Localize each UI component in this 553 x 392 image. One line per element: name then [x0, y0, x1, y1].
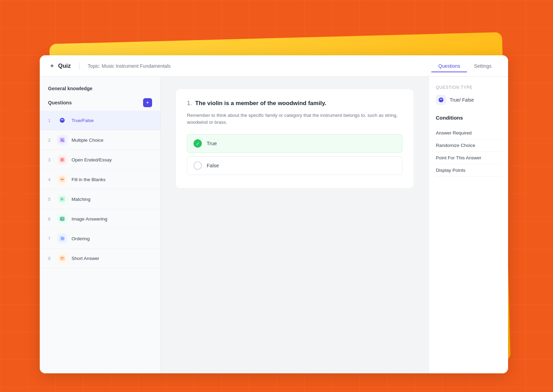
body: General knowledge Questions + 1 True/Fal…: [40, 77, 508, 373]
short-answer-icon: [57, 253, 67, 263]
question-number-6: 6: [48, 216, 53, 222]
question-number-2: 2: [48, 138, 53, 143]
ordering-icon: [57, 233, 67, 244]
question-num-prefix: 1.: [187, 100, 192, 106]
condition-randomize-choice[interactable]: Randomize Choice: [436, 139, 501, 152]
sidebar-item-question-2[interactable]: 2 Multiple Choice: [40, 130, 160, 150]
svg-rect-12: [59, 255, 65, 261]
question-block: 1. The violin is a member of the woodwin…: [176, 89, 413, 188]
quiz-icon: ✦: [49, 62, 55, 70]
sidebar-item-question-5[interactable]: 5 Matching: [40, 189, 160, 209]
sidebar-item-question-1[interactable]: 1 True/False: [40, 111, 160, 130]
matching-icon: [57, 194, 67, 204]
sidebar-item-question-6[interactable]: 6 Image Answering: [40, 209, 160, 229]
sidebar-section-header: Questions +: [40, 96, 160, 111]
question-number-3: 3: [48, 157, 53, 162]
main-content: 1. The violin is a member of the woodwin…: [161, 77, 429, 373]
essay-icon: [57, 155, 67, 165]
tab-questions[interactable]: Questions: [431, 60, 467, 72]
question-label-8: Short Answer: [72, 256, 99, 261]
header: ✦ Quiz Topic: Music Instrument Fundament…: [40, 55, 508, 77]
sidebar-section-title: Questions: [48, 100, 72, 105]
question-number-8: 8: [48, 256, 53, 261]
true-false-icon: [57, 115, 67, 125]
image-answering-icon: [57, 214, 67, 224]
conditions-title: Conditions: [436, 115, 501, 121]
question-text: 1. The violin is a member of the woodwin…: [187, 99, 402, 108]
fill-blanks-icon: [57, 174, 67, 185]
question-body-text: The violin is a member of the woodwind f…: [195, 100, 326, 106]
sidebar-item-question-3[interactable]: 3 Open Ended/Essay: [40, 150, 160, 170]
answer-check-true: ✓: [194, 139, 202, 148]
question-hint: Remember to think about the specific fam…: [187, 112, 402, 126]
right-panel: Question type True/ False Conditions Ans…: [429, 77, 508, 373]
condition-point-for-answer[interactable]: Point For This Answer: [436, 152, 501, 164]
sidebar-item-question-4[interactable]: 4 Fill in the Blanks: [40, 170, 160, 189]
question-number-1: 1: [48, 118, 53, 123]
main-card: ✦ Quiz Topic: Music Instrument Fundament…: [40, 55, 508, 373]
add-question-button[interactable]: +: [143, 98, 152, 107]
sidebar-item-question-8[interactable]: 8 Short Answer: [40, 249, 160, 268]
header-title: Quiz: [58, 63, 71, 69]
question-label-2: Multiple Choice: [72, 138, 103, 143]
answer-option-true[interactable]: ✓ True: [187, 134, 402, 153]
sidebar-category: General knowledge: [40, 84, 160, 96]
multiple-choice-icon: [57, 135, 67, 145]
answer-text-false: False: [207, 163, 219, 168]
question-type-label: Question type: [436, 85, 501, 90]
question-label-7: Ordering: [72, 236, 90, 241]
question-label-1: True/False: [72, 118, 94, 123]
header-tabs: Questions Settings: [431, 60, 498, 72]
header-topic: Topic: Music Instrument Fundamentals: [88, 63, 171, 69]
sidebar-item-question-7[interactable]: 7 Ordering: [40, 229, 160, 249]
question-number-4: 4: [48, 177, 53, 182]
type-icon: [436, 95, 446, 105]
question-number-5: 5: [48, 197, 53, 202]
header-divider: [79, 63, 79, 69]
question-label-5: Matching: [72, 197, 91, 202]
question-number-7: 7: [48, 236, 53, 241]
question-label-6: Image Answering: [72, 216, 107, 222]
answer-option-false[interactable]: False: [187, 156, 402, 175]
answer-text-true: True: [207, 141, 217, 146]
question-label-4: Fill in the Blanks: [72, 177, 105, 182]
question-type-display: True/ False: [436, 95, 501, 105]
header-left: ✦ Quiz Topic: Music Instrument Fundament…: [49, 62, 171, 70]
question-label-3: Open Ended/Essay: [72, 157, 112, 162]
sidebar: General knowledge Questions + 1 True/Fal…: [40, 77, 161, 373]
answer-check-false: [194, 161, 202, 170]
condition-display-points[interactable]: Display Points: [436, 164, 501, 177]
question-type-name: True/ False: [450, 97, 474, 103]
tab-settings[interactable]: Settings: [467, 60, 498, 72]
svg-rect-7: [59, 196, 65, 202]
condition-answer-required[interactable]: Answer Required: [436, 127, 501, 139]
